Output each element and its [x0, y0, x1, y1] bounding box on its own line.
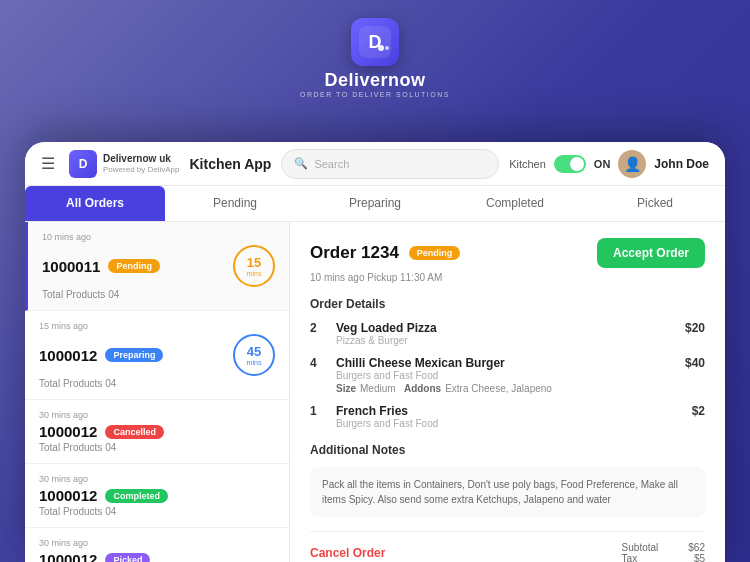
avatar: 👤 — [618, 150, 646, 178]
kitchen-label: Kitchen — [509, 158, 546, 170]
order-products-1: Total Products 04 — [42, 289, 275, 300]
app-card: ☰ D Delivernow uk Powered by DelivApp Ki… — [25, 142, 725, 562]
detail-meta: 10 mins ago Pickup 11:30 AM — [310, 272, 705, 283]
order-time-3: 30 mins ago — [39, 410, 275, 420]
item-price-3: $2 — [692, 404, 705, 418]
tax-line: Tax $5 — [622, 553, 705, 562]
user-name: John Doe — [654, 157, 709, 171]
subtotal-label: Subtotal — [622, 542, 659, 553]
item-info-1: Veg Loaded Pizza Pizzas & Burger — [336, 321, 677, 346]
order-line-1: 2 Veg Loaded Pizza Pizzas & Burger $20 — [310, 321, 705, 346]
order-details-title: Order Details — [310, 297, 705, 311]
hamburger-icon[interactable]: ☰ — [41, 154, 55, 173]
search-placeholder: Search — [314, 158, 349, 170]
tax-label: Tax — [622, 553, 638, 562]
totals: Subtotal $62 Tax $5 — [622, 542, 705, 562]
tab-all-orders[interactable]: All Orders — [25, 186, 165, 221]
tab-preparing[interactable]: Preparing — [305, 186, 445, 221]
qty-3: 1 — [310, 404, 328, 418]
order-item-4[interactable]: 30 mins ago 1000012 Completed Total Prod… — [25, 464, 289, 528]
cancel-order-button[interactable]: Cancel Order — [310, 546, 385, 560]
main-content: 10 mins ago 1000011 Pending 15 mins Tota… — [25, 222, 725, 562]
tab-completed[interactable]: Completed — [445, 186, 585, 221]
brand-sub: Powered by DelivApp — [103, 165, 179, 175]
order-time-1: 10 mins ago — [42, 232, 275, 242]
notes-title: Additional Notes — [310, 443, 705, 457]
order-id-5: 1000012 — [39, 551, 97, 562]
qty-1: 2 — [310, 321, 328, 335]
item-cat-2: Burgers and Fast Food — [336, 370, 677, 381]
logo-subtitle: ORDER TO DELIVER SOLUTIONS — [300, 91, 450, 98]
order-badge-1: Pending — [108, 259, 160, 273]
item-price-1: $20 — [685, 321, 705, 335]
detail-status-badge: Pending — [409, 246, 461, 260]
item-price-2: $40 — [685, 356, 705, 370]
order-row-3: 1000012 Cancelled — [39, 423, 275, 440]
logo-area: D Delivernow ORDER TO DELIVER SOLUTIONS — [300, 18, 450, 98]
order-id-2: 1000012 — [39, 347, 97, 364]
notes-section: Additional Notes Pack all the items in C… — [310, 443, 705, 517]
order-products-4: Total Products 04 — [39, 506, 275, 517]
timer-1: 15 mins — [233, 245, 275, 287]
subtotal-value: $62 — [688, 542, 705, 553]
tax-value: $5 — [694, 553, 705, 562]
tab-pending[interactable]: Pending — [165, 186, 305, 221]
item-info-2: Chilli Cheese Mexican Burger Burgers and… — [336, 356, 677, 394]
order-item-2[interactable]: 15 mins ago 1000012 Preparing 45 mins To… — [25, 311, 289, 400]
order-id-4: 1000012 — [39, 487, 97, 504]
order-item-1[interactable]: 10 mins ago 1000011 Pending 15 mins Tota… — [25, 222, 289, 311]
kitchen-toggle[interactable] — [554, 155, 586, 173]
app-name: Kitchen App — [189, 156, 271, 172]
order-products-2: Total Products 04 — [39, 378, 275, 389]
timer-unit-2: mins — [247, 359, 262, 366]
item-info-3: French Fries Burgers and Fast Food — [336, 404, 684, 429]
order-item-3[interactable]: 30 mins ago 1000012 Cancelled Total Prod… — [25, 400, 289, 464]
timer-unit-1: mins — [247, 270, 262, 277]
item-extras-2: SizeMedium AddonsExtra Cheese, Jalapeno — [336, 383, 677, 394]
order-row-4: 1000012 Completed — [39, 487, 275, 504]
qty-2: 4 — [310, 356, 328, 370]
timer-value-1: 15 — [247, 255, 261, 270]
order-item-5[interactable]: 30 mins ago 1000012 Picked Total Product… — [25, 528, 289, 562]
divider — [310, 531, 705, 532]
detail-header: Order 1234 Pending Accept Order — [310, 238, 705, 268]
tab-picked[interactable]: Picked — [585, 186, 725, 221]
logo-icon: D — [351, 18, 399, 66]
order-time-4: 30 mins ago — [39, 474, 275, 484]
order-badge-2: Preparing — [105, 348, 163, 362]
order-products-3: Total Products 04 — [39, 442, 275, 453]
order-id-1: 1000011 — [42, 258, 100, 275]
topbar: ☰ D Delivernow uk Powered by DelivApp Ki… — [25, 142, 725, 186]
order-time-5: 30 mins ago — [39, 538, 275, 548]
order-badge-3: Cancelled — [105, 425, 164, 439]
subtotal-line: Subtotal $62 — [622, 542, 705, 553]
svg-point-2 — [378, 45, 384, 51]
order-row-2: 1000012 Preparing 45 mins — [39, 334, 275, 376]
order-id-3: 1000012 — [39, 423, 97, 440]
brand-name: Delivernow uk — [103, 153, 179, 165]
topbar-right: Kitchen ON 👤 John Doe — [509, 150, 709, 178]
detail-panel: Order 1234 Pending Accept Order 10 mins … — [290, 222, 725, 562]
order-line-2: 4 Chilli Cheese Mexican Burger Burgers a… — [310, 356, 705, 394]
toggle-on-label: ON — [594, 158, 611, 170]
order-details-section: Order Details 2 Veg Loaded Pizza Pizzas … — [310, 297, 705, 429]
search-bar[interactable]: 🔍 Search — [281, 149, 499, 179]
notes-box: Pack all the items in Containers, Don't … — [310, 467, 705, 517]
timer-2: 45 mins — [233, 334, 275, 376]
accept-order-button[interactable]: Accept Order — [597, 238, 705, 268]
order-badge-5: Picked — [105, 553, 150, 563]
tabs-bar: All Orders Pending Preparing Completed P… — [25, 186, 725, 222]
item-cat-1: Pizzas & Burger — [336, 335, 677, 346]
brand-logo: D — [69, 150, 97, 178]
item-cat-3: Burgers and Fast Food — [336, 418, 684, 429]
order-badge-4: Completed — [105, 489, 168, 503]
brand-letter: D — [79, 157, 88, 171]
orders-panel: 10 mins ago 1000011 Pending 15 mins Tota… — [25, 222, 290, 562]
timer-value-2: 45 — [247, 344, 261, 359]
brand-area: D Delivernow uk Powered by DelivApp — [69, 150, 179, 178]
item-name-1: Veg Loaded Pizza — [336, 321, 677, 335]
order-time-2: 15 mins ago — [39, 321, 275, 331]
brand-text: Delivernow uk Powered by DelivApp — [103, 153, 179, 175]
item-name-3: French Fries — [336, 404, 684, 418]
order-line-3: 1 French Fries Burgers and Fast Food $2 — [310, 404, 705, 429]
